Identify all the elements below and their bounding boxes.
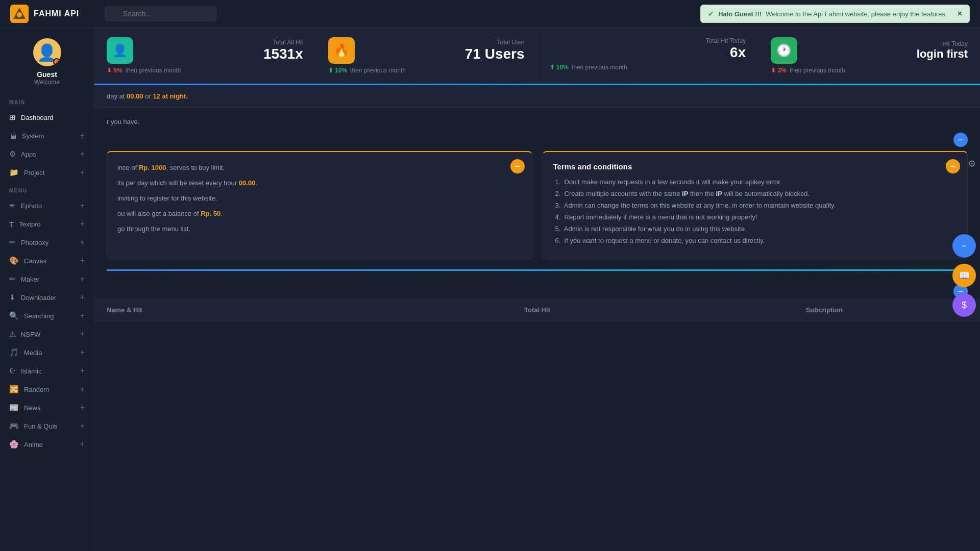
book-orange-button[interactable]: 📖	[952, 264, 976, 287]
top-nav: FAHMI API 🔍 ✔ Halo Guest !!! Welcome to …	[0, 0, 980, 28]
canvas-plus-icon: +	[80, 256, 85, 265]
random-icon: 🔀	[9, 385, 19, 394]
sidebar-label-downloader: Downloader	[21, 294, 75, 302]
ephoto-plus-icon: +	[80, 201, 85, 210]
terms-item-6: 6. If you want to request a menu or dona…	[553, 237, 958, 244]
search-wrapper: 🔍	[105, 6, 217, 21]
stat-badge-total-user: ⬆ 10%	[328, 67, 347, 74]
terms-panel-collapse-button[interactable]: −	[946, 159, 960, 173]
stat-icon-clock: 🕐	[771, 37, 797, 64]
sidebar-item-photooxy[interactable]: ✏ Photooxy +	[0, 233, 94, 252]
stat-value-login-hit: login first	[917, 47, 968, 61]
sidebar-item-canvas[interactable]: 🎨 Canvas +	[0, 252, 94, 270]
sidebar-label-apps: Apps	[21, 151, 75, 158]
textpro-plus-icon: +	[80, 219, 85, 229]
sidebar-item-islamic[interactable]: ☪ Islamic +	[0, 362, 94, 380]
sidebar-label-dashboard: Dashboard	[21, 114, 85, 121]
sidebar-item-downloader[interactable]: ⬇ Downloader +	[0, 288, 94, 307]
clock-stat-icon: 🕐	[776, 43, 792, 58]
sidebar-label-news: News	[24, 404, 75, 412]
sidebar-label-photooxy: Photooxy	[21, 239, 75, 246]
apps-icon: ⚙	[9, 149, 16, 159]
funquis-icon: 🎮	[9, 421, 19, 431]
downloader-icon: ⬇	[9, 293, 16, 302]
sidebar-item-news[interactable]: 📰 News +	[0, 398, 94, 417]
photooxy-icon: ✏	[9, 238, 16, 247]
sidebar-item-textpro[interactable]: T Textpro +	[0, 215, 94, 233]
stat-then-total-hit: then previous month	[126, 67, 181, 74]
user-role: Welcome	[0, 79, 94, 86]
stat-footer-total-user: ⬆ 10% then previous month	[328, 67, 525, 74]
sidebar-item-nsfw[interactable]: ⚠ NSFW +	[0, 325, 94, 343]
sidebar-item-dashboard[interactable]: ⊞ Dashboard	[0, 108, 94, 127]
collapse-blue-button[interactable]: −	[952, 234, 976, 258]
sidebar-item-anime[interactable]: 🌸 Anime +	[0, 435, 94, 454]
stat-then-login-hit: then previous month	[790, 67, 845, 74]
stat-card-total-hit: 👤 Total All Hit 1531x ⬇ 5% then previous…	[94, 28, 316, 83]
search-input[interactable]	[105, 6, 217, 21]
sidebar-label-project: Project	[24, 169, 75, 177]
sidebar-label-islamic: Islamic	[21, 367, 75, 375]
info-panel-collapse-button[interactable]: −	[510, 159, 525, 173]
info-panel: − ince of Rp. 1000, serves to buy limit.…	[107, 151, 532, 259]
sidebar-item-apps[interactable]: ⚙ Apps +	[0, 145, 94, 163]
maker-plus-icon: +	[80, 274, 85, 284]
sidebar-label-canvas: Canvas	[24, 257, 75, 265]
stat-value-total-hit: 1531x	[263, 46, 303, 62]
you-have-text: r you have.	[107, 118, 968, 126]
searching-icon: 🔍	[9, 311, 19, 320]
stat-card-total-user: 🔥 Total User 71 Users ⬆ 10% then previou…	[316, 28, 537, 83]
sidebar-item-searching[interactable]: 🔍 Searching +	[0, 307, 94, 325]
sidebar-label-media: Media	[24, 349, 75, 357]
terms-panel: Terms and conditions − 1. Don't make man…	[543, 151, 968, 259]
info-panel-content: ince of Rp. 1000, serves to buy limit. i…	[117, 162, 522, 235]
sidebar-item-system[interactable]: 🖥 System +	[0, 127, 94, 145]
random-plus-icon: +	[80, 385, 85, 394]
warning-text: day at 00.00 or 12 at night.	[107, 92, 188, 100]
warning-section: day at 00.00 or 12 at night.	[94, 85, 980, 108]
main-content: 👤 Total All Hit 1531x ⬇ 5% then previous…	[94, 28, 980, 551]
user-section: 👤 Guest Welcome	[0, 28, 94, 93]
table-col-name: Name & Hit	[107, 306, 394, 314]
stat-badge-login-hit: ⬇ 3%	[771, 67, 787, 74]
stat-card-hit-today: Total Hit Today 6x ⬆ 10% then previous m…	[537, 28, 759, 83]
sidebar-item-funquis[interactable]: 🎮 Fun & Quis +	[0, 417, 94, 435]
stat-card-login-hit: 🕐 Hit Today login first ⬇ 3% then previo…	[758, 28, 980, 83]
sidebar-label-textpro: Textpro	[19, 220, 75, 228]
stat-title-total-hit: Total All Hit	[263, 39, 303, 46]
stat-then-hit-today: then previous month	[572, 64, 627, 71]
gear-settings-button[interactable]: ⚙	[968, 158, 976, 169]
sidebar-label-maker: Maker	[21, 276, 75, 283]
main-section-label: MAIN	[0, 93, 94, 108]
downloader-plus-icon: +	[80, 293, 85, 302]
sidebar-label-nsfw: NSFW	[21, 331, 75, 338]
terms-panel-title: Terms and conditions	[553, 162, 958, 171]
stat-value-total-user: 71 Users	[465, 46, 525, 62]
terms-list: 1. Don't make many requests in a few sec…	[553, 178, 958, 244]
sidebar-item-ephoto[interactable]: ✒ Ephoto +	[0, 196, 94, 215]
menu-section-label: MENU	[0, 182, 94, 196]
sidebar-item-maker[interactable]: ✏ Maker +	[0, 270, 94, 288]
stats-row: 👤 Total All Hit 1531x ⬇ 5% then previous…	[94, 28, 980, 84]
system-icon: 🖥	[9, 132, 17, 140]
section-collapse-blue-button[interactable]: −	[953, 133, 968, 147]
stat-footer-login-hit: ⬇ 3% then previous month	[771, 67, 968, 74]
system-plus-icon: +	[80, 131, 85, 140]
dashboard-icon: ⊞	[9, 113, 16, 122]
main-layout: 👤 Guest Welcome MAIN ⊞ Dashboard 🖥 Syste…	[0, 28, 980, 551]
sidebar-item-project[interactable]: 📁 Project +	[0, 163, 94, 182]
islamic-icon: ☪	[9, 366, 16, 375]
sidebar-item-media[interactable]: 🎵 Media +	[0, 343, 94, 362]
nsfw-icon: ⚠	[9, 330, 16, 339]
notification-greeting: Halo Guest !!!	[718, 10, 762, 18]
avatar: 👤	[33, 38, 61, 66]
islamic-plus-icon: +	[80, 366, 85, 375]
stat-title-login-hit: Hit Today	[917, 40, 968, 47]
sidebar-label-system: System	[22, 132, 75, 140]
sidebar-item-random[interactable]: 🔀 Random +	[0, 380, 94, 398]
table-col-subscription: Subcription	[681, 306, 968, 314]
maker-icon: ✏	[9, 274, 16, 284]
notification-close-button[interactable]: ×	[958, 9, 962, 18]
stat-icon-user: 👤	[107, 37, 133, 64]
dollar-purple-button[interactable]: $	[952, 293, 976, 317]
